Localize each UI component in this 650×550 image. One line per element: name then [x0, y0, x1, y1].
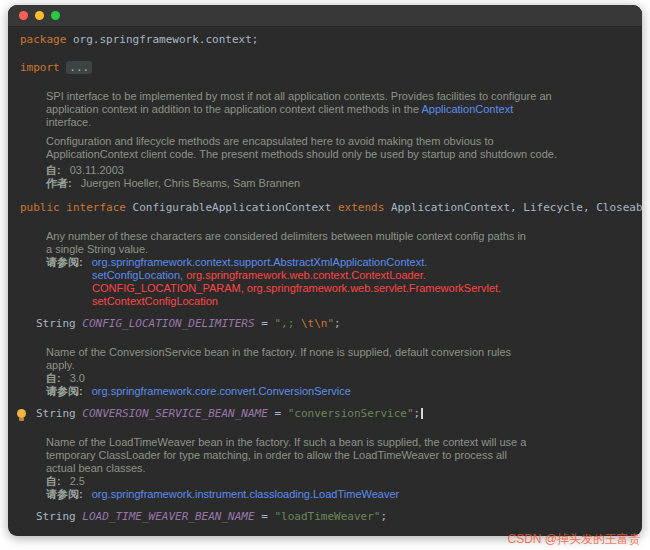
editor-content[interactable]: package org.springframework.context;impo… — [8, 27, 642, 536]
constant-token: LOAD_TIME_WEAVER_BEAN_NAME — [82, 510, 254, 523]
code-token: ConfigurableApplicationContext — [133, 201, 338, 214]
doc-link-unresolved: org.springframework.web.context.ContextL… — [186, 269, 426, 281]
code-line: package org.springframework.context; — [8, 32, 642, 48]
doc-tag-label: 请参阅: — [46, 256, 83, 268]
keyword-token: public interface — [20, 201, 133, 214]
doc-line: application context in addition to the a… — [8, 103, 642, 116]
doc-text: application context in addition to the a… — [46, 103, 421, 115]
spacer — [8, 332, 642, 346]
code-token: ; — [380, 510, 387, 523]
doc-tag-label: 自: — [46, 475, 61, 487]
doc-text: ApplicationContext client code. The pres… — [46, 148, 557, 160]
ide-window: package org.springframework.context;impo… — [8, 5, 642, 536]
doc-text: Name of the ConversionService bean in th… — [46, 346, 511, 358]
doc-link[interactable]: setConfigLocation, — [92, 269, 186, 281]
keyword-token: package — [20, 33, 73, 46]
code-line — [8, 48, 642, 60]
doc-line: 自:2.5 — [8, 475, 642, 488]
doc-text: actual bean classes. — [46, 462, 146, 474]
zoom-button[interactable] — [51, 11, 60, 20]
spacer — [8, 216, 642, 230]
code-token: = — [268, 407, 288, 420]
doc-link-unresolved: setContextConfigLocation — [92, 295, 218, 307]
doc-line: CONFIG_LOCATION_PARAM, org.springframewo… — [8, 282, 642, 295]
code-token: ; — [334, 317, 341, 330]
doc-line: setContextConfigLocation — [8, 295, 642, 308]
doc-tag-label: 自: — [46, 372, 61, 384]
doc-line: 请参阅:org.springframework.core.convert.Con… — [8, 385, 642, 398]
code-line: String CONFIG_LOCATION_DELIMITERS = ",; … — [8, 316, 642, 332]
window-titlebar[interactable] — [8, 5, 642, 27]
code-line: String CONVERSION_SERVICE_BEAN_NAME = "c… — [8, 406, 642, 422]
doc-tag-label: 作者: — [46, 177, 72, 189]
doc-line: 请参阅:org.springframework.instrument.class… — [8, 488, 642, 501]
code-token: = — [255, 317, 275, 330]
spacer — [8, 422, 642, 436]
doc-link[interactable]: org.springframework.context.support.Abst… — [92, 256, 428, 268]
doc-link-unresolved: CONFIG_LOCATION_PARAM, org.springframewo… — [92, 282, 501, 294]
code-token: String — [36, 510, 82, 523]
minimize-button[interactable] — [35, 11, 44, 20]
doc-line: SPI interface to be implemented by most … — [8, 90, 642, 103]
watermark: CSDN @掉头发的王富贵 — [507, 531, 641, 548]
code-token: = — [255, 510, 275, 523]
doc-line: 作者:Juergen Hoeller, Chris Beams, Sam Bra… — [8, 177, 642, 190]
spacer — [8, 190, 642, 200]
doc-text: temporary ClassLoader for type matching,… — [46, 449, 507, 461]
doc-line: Configuration and lifecycle methods are … — [8, 135, 642, 148]
code-line: String LOAD_TIME_WEAVER_BEAN_NAME = "loa… — [8, 509, 642, 525]
string-token: ",; — [274, 317, 301, 330]
code-token: ; — [414, 407, 421, 420]
text-caret — [421, 408, 423, 419]
code-line: public interface ConfigurableApplication… — [8, 200, 642, 216]
doc-tag-label: 自: — [46, 164, 61, 176]
doc-line: actual bean classes. — [8, 462, 642, 475]
doc-line: a single String value. — [8, 243, 642, 256]
doc-line: interface. — [8, 116, 642, 129]
doc-tag-value: Juergen Hoeller, Chris Beams, Sam Branne… — [81, 177, 301, 189]
escape-token: \t\n — [301, 317, 328, 330]
code-token: String — [36, 317, 82, 330]
doc-text: a single String value. — [46, 243, 148, 255]
constant-token: CONVERSION_SERVICE_BEAN_NAME — [82, 407, 267, 420]
doc-link[interactable]: ApplicationContext — [421, 103, 513, 115]
doc-line: ApplicationContext client code. The pres… — [8, 148, 642, 161]
doc-tag-value: 3.0 — [70, 372, 85, 384]
doc-tag-value: 2.5 — [70, 475, 85, 487]
doc-line: apply. — [8, 359, 642, 372]
doc-tag-label: 请参阅: — [46, 385, 83, 397]
spacer — [8, 76, 642, 90]
doc-tag-value: 03.11.2003 — [70, 164, 124, 176]
code-token: ApplicationContext, Lifecycle, Closeable… — [391, 201, 642, 214]
code-token: org.springframework.context; — [73, 33, 258, 46]
doc-link[interactable]: org.springframework.core.convert.Convers… — [92, 385, 351, 397]
doc-line: Any number of these characters are consi… — [8, 230, 642, 243]
doc-line: Name of the ConversionService bean in th… — [8, 346, 642, 359]
code-token: String — [36, 407, 82, 420]
doc-link[interactable]: org.springframework.instrument.classload… — [92, 488, 400, 500]
keyword-token: extends — [338, 201, 391, 214]
doc-text: Configuration and lifecycle methods are … — [46, 135, 494, 147]
spacer — [8, 398, 642, 406]
spacer — [8, 308, 642, 316]
code-line: import ... — [8, 60, 642, 76]
close-button[interactable] — [19, 11, 28, 20]
doc-line: 自:3.0 — [8, 372, 642, 385]
spacer — [8, 501, 642, 509]
doc-text: apply. — [46, 359, 75, 371]
doc-text: Any number of these characters are consi… — [46, 230, 526, 242]
doc-line: temporary ClassLoader for type matching,… — [8, 449, 642, 462]
doc-line: 请参阅:org.springframework.context.support.… — [8, 256, 642, 269]
intention-bulb-icon[interactable] — [17, 409, 26, 418]
constant-token: CONFIG_LOCATION_DELIMITERS — [82, 317, 254, 330]
string-token: "conversionService" — [288, 407, 414, 420]
doc-text: Name of the LoadTimeWeaver bean in the f… — [46, 436, 526, 448]
keyword-token: import — [20, 61, 66, 74]
doc-tag-label: 请参阅: — [46, 488, 83, 500]
folded-imports[interactable]: ... — [66, 61, 92, 74]
doc-text: SPI interface to be implemented by most … — [46, 90, 552, 102]
doc-line: Name of the LoadTimeWeaver bean in the f… — [8, 436, 642, 449]
doc-line: 自:03.11.2003 — [8, 164, 642, 177]
doc-line: setConfigLocation, org.springframework.w… — [8, 269, 642, 282]
doc-text: interface. — [46, 116, 91, 128]
